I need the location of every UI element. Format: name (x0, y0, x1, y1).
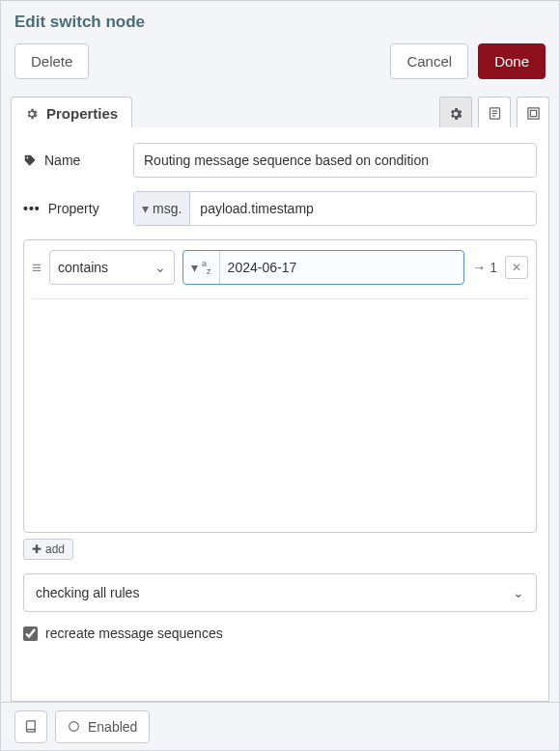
drag-handle-icon[interactable]: ≡ (32, 260, 42, 276)
done-button[interactable]: Done (478, 43, 546, 79)
rules-container: ≡ contains ⌄ ▾ az → 1 ✕ (23, 239, 537, 533)
ellipsis-icon: ••• (23, 201, 41, 216)
svg-rect-4 (527, 108, 538, 119)
svg-point-6 (70, 722, 79, 732)
cancel-button[interactable]: Cancel (390, 43, 468, 79)
recreate-checkbox-row[interactable]: recreate message sequences (23, 626, 537, 641)
recreate-label: recreate message sequences (45, 626, 223, 641)
rule-type-selector[interactable]: ▾ az (183, 251, 220, 284)
description-tab-icon[interactable] (478, 97, 511, 129)
tag-icon (23, 153, 37, 167)
rule-operator-label: contains (58, 260, 108, 275)
svg-rect-5 (530, 110, 536, 116)
delete-rule-button[interactable]: ✕ (505, 256, 528, 279)
add-rule-label: add (45, 542, 65, 556)
panel-title: Edit switch node (1, 1, 559, 43)
field-name-label: Name (44, 153, 80, 168)
property-scope-label: msg. (153, 201, 182, 216)
book-icon (24, 719, 39, 734)
checking-mode-select[interactable]: checking all rules ⌄ (23, 573, 537, 612)
caret-down-icon: ▾ (191, 260, 198, 275)
tab-properties-label: Properties (46, 105, 118, 122)
field-property-label: Property (48, 201, 99, 216)
circle-icon (68, 720, 80, 733)
plus-icon: ✚ (32, 542, 42, 556)
checking-mode-label: checking all rules (36, 585, 139, 600)
close-icon: ✕ (512, 261, 521, 274)
caret-down-icon: ▾ (142, 201, 149, 216)
delete-button[interactable]: Delete (14, 43, 89, 79)
settings-tab-icon[interactable] (439, 97, 472, 129)
rule-output-label: → 1 (472, 260, 497, 275)
enabled-label: Enabled (88, 719, 137, 735)
chevron-down-icon: ⌄ (154, 260, 166, 275)
chevron-down-icon: ⌄ (513, 585, 524, 600)
name-input[interactable] (134, 144, 536, 177)
docs-button[interactable] (14, 710, 47, 743)
recreate-checkbox[interactable] (23, 626, 38, 641)
property-scope-selector[interactable]: ▾ msg. (134, 192, 190, 225)
tab-properties[interactable]: Properties (11, 97, 132, 129)
string-type-icon: az (202, 259, 211, 276)
add-rule-button[interactable]: ✚ add (23, 539, 73, 560)
rule-value-input[interactable] (220, 251, 464, 284)
enabled-toggle[interactable]: Enabled (55, 710, 150, 743)
appearance-tab-icon[interactable] (517, 97, 549, 129)
rule-operator-select[interactable]: contains ⌄ (49, 250, 175, 285)
gear-icon (25, 107, 39, 121)
rule-row: ≡ contains ⌄ ▾ az → 1 ✕ (32, 250, 528, 299)
property-input[interactable] (190, 192, 536, 225)
